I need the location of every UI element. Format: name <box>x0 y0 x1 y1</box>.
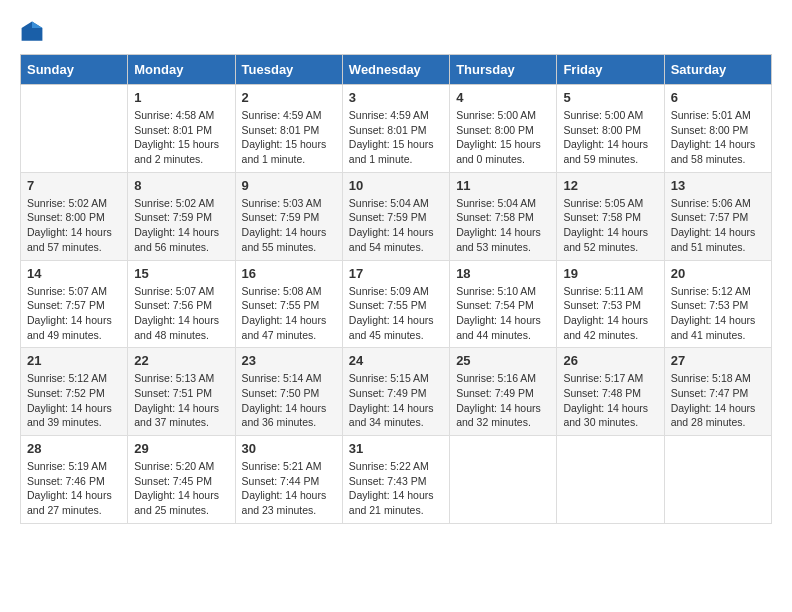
cell-info: Sunrise: 5:08 AM Sunset: 7:55 PM Dayligh… <box>242 284 336 343</box>
daylight-text: Daylight: 14 hours and 27 minutes. <box>27 489 112 516</box>
calendar-cell: 22 Sunrise: 5:13 AM Sunset: 7:51 PM Dayl… <box>128 348 235 436</box>
daylight-text: Daylight: 14 hours and 28 minutes. <box>671 402 756 429</box>
sunrise-text: Sunrise: 5:13 AM <box>134 372 214 384</box>
daylight-text: Daylight: 14 hours and 32 minutes. <box>456 402 541 429</box>
cell-info: Sunrise: 5:16 AM Sunset: 7:49 PM Dayligh… <box>456 371 550 430</box>
cell-info: Sunrise: 5:10 AM Sunset: 7:54 PM Dayligh… <box>456 284 550 343</box>
daylight-text: Daylight: 14 hours and 25 minutes. <box>134 489 219 516</box>
calendar-cell <box>664 436 771 524</box>
sunrise-text: Sunrise: 5:05 AM <box>563 197 643 209</box>
daylight-text: Daylight: 14 hours and 48 minutes. <box>134 314 219 341</box>
cell-info: Sunrise: 5:06 AM Sunset: 7:57 PM Dayligh… <box>671 196 765 255</box>
day-number: 24 <box>349 353 443 368</box>
calendar-cell: 19 Sunrise: 5:11 AM Sunset: 7:53 PM Dayl… <box>557 260 664 348</box>
cell-info: Sunrise: 5:17 AM Sunset: 7:48 PM Dayligh… <box>563 371 657 430</box>
daylight-text: Daylight: 14 hours and 55 minutes. <box>242 226 327 253</box>
sunset-text: Sunset: 7:50 PM <box>242 387 320 399</box>
calendar-week-row: 21 Sunrise: 5:12 AM Sunset: 7:52 PM Dayl… <box>21 348 772 436</box>
logo <box>20 20 48 44</box>
sunrise-text: Sunrise: 4:58 AM <box>134 109 214 121</box>
sunset-text: Sunset: 8:01 PM <box>349 124 427 136</box>
calendar-cell: 18 Sunrise: 5:10 AM Sunset: 7:54 PM Dayl… <box>450 260 557 348</box>
sunset-text: Sunset: 7:57 PM <box>671 211 749 223</box>
calendar-cell: 17 Sunrise: 5:09 AM Sunset: 7:55 PM Dayl… <box>342 260 449 348</box>
cell-info: Sunrise: 5:07 AM Sunset: 7:56 PM Dayligh… <box>134 284 228 343</box>
calendar-cell <box>450 436 557 524</box>
cell-info: Sunrise: 5:09 AM Sunset: 7:55 PM Dayligh… <box>349 284 443 343</box>
cell-info: Sunrise: 5:15 AM Sunset: 7:49 PM Dayligh… <box>349 371 443 430</box>
calendar-cell: 20 Sunrise: 5:12 AM Sunset: 7:53 PM Dayl… <box>664 260 771 348</box>
sunrise-text: Sunrise: 5:12 AM <box>671 285 751 297</box>
sunrise-text: Sunrise: 5:14 AM <box>242 372 322 384</box>
sunrise-text: Sunrise: 5:00 AM <box>456 109 536 121</box>
cell-info: Sunrise: 5:00 AM Sunset: 8:00 PM Dayligh… <box>456 108 550 167</box>
sunset-text: Sunset: 7:55 PM <box>242 299 320 311</box>
calendar-cell: 15 Sunrise: 5:07 AM Sunset: 7:56 PM Dayl… <box>128 260 235 348</box>
calendar-cell: 7 Sunrise: 5:02 AM Sunset: 8:00 PM Dayli… <box>21 172 128 260</box>
day-header-wednesday: Wednesday <box>342 55 449 85</box>
cell-info: Sunrise: 5:07 AM Sunset: 7:57 PM Dayligh… <box>27 284 121 343</box>
calendar-cell <box>21 85 128 173</box>
calendar-cell: 13 Sunrise: 5:06 AM Sunset: 7:57 PM Dayl… <box>664 172 771 260</box>
day-number: 2 <box>242 90 336 105</box>
sunrise-text: Sunrise: 5:07 AM <box>134 285 214 297</box>
cell-info: Sunrise: 5:12 AM Sunset: 7:53 PM Dayligh… <box>671 284 765 343</box>
sunset-text: Sunset: 7:58 PM <box>456 211 534 223</box>
sunset-text: Sunset: 7:58 PM <box>563 211 641 223</box>
calendar-cell <box>557 436 664 524</box>
calendar-cell: 14 Sunrise: 5:07 AM Sunset: 7:57 PM Dayl… <box>21 260 128 348</box>
cell-info: Sunrise: 4:59 AM Sunset: 8:01 PM Dayligh… <box>349 108 443 167</box>
calendar-cell: 29 Sunrise: 5:20 AM Sunset: 7:45 PM Dayl… <box>128 436 235 524</box>
cell-info: Sunrise: 5:13 AM Sunset: 7:51 PM Dayligh… <box>134 371 228 430</box>
daylight-text: Daylight: 14 hours and 44 minutes. <box>456 314 541 341</box>
cell-info: Sunrise: 5:19 AM Sunset: 7:46 PM Dayligh… <box>27 459 121 518</box>
day-number: 18 <box>456 266 550 281</box>
day-number: 17 <box>349 266 443 281</box>
sunrise-text: Sunrise: 5:22 AM <box>349 460 429 472</box>
cell-info: Sunrise: 5:03 AM Sunset: 7:59 PM Dayligh… <box>242 196 336 255</box>
daylight-text: Daylight: 15 hours and 2 minutes. <box>134 138 219 165</box>
calendar-week-row: 7 Sunrise: 5:02 AM Sunset: 8:00 PM Dayli… <box>21 172 772 260</box>
day-number: 9 <box>242 178 336 193</box>
cell-info: Sunrise: 5:14 AM Sunset: 7:50 PM Dayligh… <box>242 371 336 430</box>
daylight-text: Daylight: 14 hours and 42 minutes. <box>563 314 648 341</box>
sunrise-text: Sunrise: 5:09 AM <box>349 285 429 297</box>
calendar-cell: 2 Sunrise: 4:59 AM Sunset: 8:01 PM Dayli… <box>235 85 342 173</box>
page-header <box>20 20 772 44</box>
sunrise-text: Sunrise: 5:19 AM <box>27 460 107 472</box>
cell-info: Sunrise: 5:00 AM Sunset: 8:00 PM Dayligh… <box>563 108 657 167</box>
calendar-cell: 25 Sunrise: 5:16 AM Sunset: 7:49 PM Dayl… <box>450 348 557 436</box>
calendar-week-row: 28 Sunrise: 5:19 AM Sunset: 7:46 PM Dayl… <box>21 436 772 524</box>
day-number: 14 <box>27 266 121 281</box>
day-number: 27 <box>671 353 765 368</box>
daylight-text: Daylight: 14 hours and 23 minutes. <box>242 489 327 516</box>
sunset-text: Sunset: 8:01 PM <box>242 124 320 136</box>
sunrise-text: Sunrise: 5:17 AM <box>563 372 643 384</box>
daylight-text: Daylight: 14 hours and 52 minutes. <box>563 226 648 253</box>
sunset-text: Sunset: 7:49 PM <box>456 387 534 399</box>
sunset-text: Sunset: 7:46 PM <box>27 475 105 487</box>
calendar-header-row: SundayMondayTuesdayWednesdayThursdayFrid… <box>21 55 772 85</box>
calendar-cell: 1 Sunrise: 4:58 AM Sunset: 8:01 PM Dayli… <box>128 85 235 173</box>
cell-info: Sunrise: 5:12 AM Sunset: 7:52 PM Dayligh… <box>27 371 121 430</box>
calendar-cell: 31 Sunrise: 5:22 AM Sunset: 7:43 PM Dayl… <box>342 436 449 524</box>
sunrise-text: Sunrise: 5:08 AM <box>242 285 322 297</box>
sunset-text: Sunset: 7:59 PM <box>134 211 212 223</box>
cell-info: Sunrise: 5:11 AM Sunset: 7:53 PM Dayligh… <box>563 284 657 343</box>
calendar-cell: 11 Sunrise: 5:04 AM Sunset: 7:58 PM Dayl… <box>450 172 557 260</box>
day-header-saturday: Saturday <box>664 55 771 85</box>
daylight-text: Daylight: 14 hours and 30 minutes. <box>563 402 648 429</box>
sunrise-text: Sunrise: 5:01 AM <box>671 109 751 121</box>
daylight-text: Daylight: 14 hours and 57 minutes. <box>27 226 112 253</box>
day-number: 16 <box>242 266 336 281</box>
sunset-text: Sunset: 7:45 PM <box>134 475 212 487</box>
cell-info: Sunrise: 5:20 AM Sunset: 7:45 PM Dayligh… <box>134 459 228 518</box>
day-number: 5 <box>563 90 657 105</box>
day-number: 10 <box>349 178 443 193</box>
daylight-text: Daylight: 14 hours and 54 minutes. <box>349 226 434 253</box>
day-number: 19 <box>563 266 657 281</box>
day-header-thursday: Thursday <box>450 55 557 85</box>
daylight-text: Daylight: 15 hours and 1 minute. <box>242 138 327 165</box>
sunset-text: Sunset: 7:56 PM <box>134 299 212 311</box>
calendar-cell: 23 Sunrise: 5:14 AM Sunset: 7:50 PM Dayl… <box>235 348 342 436</box>
